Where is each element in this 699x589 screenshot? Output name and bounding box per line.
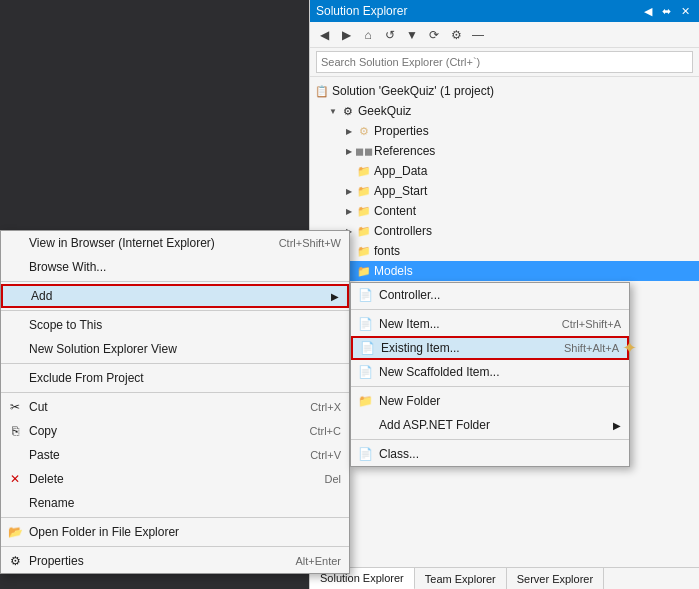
arrow: [342, 164, 356, 178]
tree-item-content[interactable]: ▶ 📁 Content: [310, 201, 699, 221]
ctx-delete[interactable]: ✕ Delete Del: [1, 467, 349, 491]
se-bottom-tabs: Solution Explorer Team Explorer Server E…: [310, 567, 699, 589]
tree-item-appstart[interactable]: ▶ 📁 App_Start: [310, 181, 699, 201]
new-scaffolded-label: New Scaffolded Item...: [379, 365, 500, 379]
dock-icon[interactable]: ⬌: [659, 4, 674, 19]
cut-shortcut: Ctrl+X: [290, 401, 341, 413]
arrow: ▶: [342, 184, 356, 198]
tree-item-controllers[interactable]: ▶ 📁 Controllers: [310, 221, 699, 241]
properties-label: Properties: [29, 554, 84, 568]
cut-label: Cut: [29, 400, 48, 414]
tab-server-explorer[interactable]: Server Explorer: [507, 568, 604, 589]
search-input[interactable]: [316, 51, 693, 73]
tree-item-references[interactable]: ▶ ◼◼ References: [310, 141, 699, 161]
collapse-btn[interactable]: —: [468, 25, 488, 45]
ctx-paste[interactable]: Paste Ctrl+V: [1, 443, 349, 467]
ctx-existing-item[interactable]: 📄 Existing Item... Shift+Alt+A ✦: [351, 336, 629, 360]
models-label: Models: [374, 264, 413, 278]
ctx-new-folder[interactable]: 📁 New Folder: [351, 389, 629, 413]
scaffolded-icon: 📄: [357, 365, 373, 379]
se-title: Solution Explorer: [316, 4, 407, 18]
ctx-cut[interactable]: ✂ Cut Ctrl+X: [1, 395, 349, 419]
ctx-open-folder[interactable]: 📂 Open Folder in File Explorer: [1, 520, 349, 544]
new-folder-icon: 📁: [357, 394, 373, 408]
delete-label: Delete: [29, 472, 64, 486]
ctx-sep-5: [1, 517, 349, 518]
tree-item-fonts[interactable]: 📁 fonts: [310, 241, 699, 261]
controller-icon: 📄: [357, 288, 373, 302]
properties-icon: ⚙: [7, 554, 23, 568]
ctx-add-controller[interactable]: 📄 Controller...: [351, 283, 629, 307]
delete-shortcut: Del: [304, 473, 341, 485]
submenu-arrow: ▶: [331, 291, 339, 302]
properties-label: Properties: [374, 124, 429, 138]
ctx-add[interactable]: Add ▶: [1, 284, 349, 308]
settings-btn[interactable]: ⚙: [446, 25, 466, 45]
forward-btn[interactable]: ▶: [336, 25, 356, 45]
folder-icon: 📁: [356, 163, 372, 179]
refresh-btn[interactable]: ↺: [380, 25, 400, 45]
refs-icon: ◼◼: [356, 143, 372, 159]
ctx-add-sep-1: [351, 309, 629, 310]
tree-item-properties[interactable]: ▶ ⚙ Properties: [310, 121, 699, 141]
copy-shortcut: Ctrl+C: [290, 425, 341, 437]
back-btn[interactable]: ◀: [314, 25, 334, 45]
ctx-exclude-from-project[interactable]: Exclude From Project: [1, 366, 349, 390]
existing-item-shortcut: Shift+Alt+A: [544, 342, 619, 354]
class-icon: 📄: [357, 447, 373, 461]
folder-icon: 📁: [356, 223, 372, 239]
home-btn[interactable]: ⌂: [358, 25, 378, 45]
ctx-sep-4: [1, 392, 349, 393]
browse-with-label: Browse With...: [29, 260, 106, 274]
ctx-copy[interactable]: ⎘ Copy Ctrl+C: [1, 419, 349, 443]
tree-item-models[interactable]: 📁 Models: [310, 261, 699, 281]
ctx-new-scaffolded-item[interactable]: 📄 New Scaffolded Item...: [351, 360, 629, 384]
properties-shortcut: Alt+Enter: [275, 555, 341, 567]
tree-item-appdata[interactable]: 📁 App_Data: [310, 161, 699, 181]
pin-icon[interactable]: ◀: [641, 4, 655, 19]
content-label: Content: [374, 204, 416, 218]
existing-item-icon: 📄: [359, 341, 375, 355]
arrow: ▶: [342, 124, 356, 138]
aspnet-folder-label: Add ASP.NET Folder: [379, 418, 490, 432]
appdata-label: App_Data: [374, 164, 427, 178]
tree-item-project[interactable]: ▼ ⚙ GeekQuiz: [310, 101, 699, 121]
ctx-new-solution-explorer-view[interactable]: New Solution Explorer View: [1, 337, 349, 361]
add-label: Add: [31, 289, 52, 303]
ctx-add-class[interactable]: 📄 Class...: [351, 442, 629, 466]
se-toolbar: ◀ ▶ ⌂ ↺ ▼ ⟳ ⚙ —: [310, 22, 699, 48]
folder-icon: 📁: [356, 183, 372, 199]
class-label: Class...: [379, 447, 419, 461]
paste-shortcut: Ctrl+V: [290, 449, 341, 461]
ctx-properties[interactable]: ⚙ Properties Alt+Enter: [1, 549, 349, 573]
new-item-label: New Item...: [379, 317, 440, 331]
folder-icon: 📁: [356, 243, 372, 259]
folder-icon: ⚙: [356, 123, 372, 139]
tree-item-solution[interactable]: 📋 Solution 'GeekQuiz' (1 project): [310, 81, 699, 101]
ctx-add-aspnet-folder[interactable]: Add ASP.NET Folder ▶: [351, 413, 629, 437]
ctx-add-sep-3: [351, 439, 629, 440]
dropdown-btn[interactable]: ▼: [402, 25, 422, 45]
sync-btn[interactable]: ⟳: [424, 25, 444, 45]
new-se-view-label: New Solution Explorer View: [29, 342, 177, 356]
ctx-rename[interactable]: Rename: [1, 491, 349, 515]
copy-icon: ⎘: [7, 424, 23, 438]
ctx-browse-with[interactable]: Browse With...: [1, 255, 349, 279]
ctx-sep-1: [1, 281, 349, 282]
ctx-scope-to-this[interactable]: Scope to This: [1, 313, 349, 337]
new-folder-label: New Folder: [379, 394, 440, 408]
solution-label: Solution 'GeekQuiz' (1 project): [332, 84, 494, 98]
controllers-label: Controllers: [374, 224, 432, 238]
ctx-sep-3: [1, 363, 349, 364]
project-label: GeekQuiz: [358, 104, 411, 118]
ctx-sep-6: [1, 546, 349, 547]
fonts-label: fonts: [374, 244, 400, 258]
ctx-view-browser[interactable]: View in Browser (Internet Explorer) Ctrl…: [1, 231, 349, 255]
close-icon[interactable]: ✕: [678, 4, 693, 19]
tab-team-explorer[interactable]: Team Explorer: [415, 568, 507, 589]
copy-label: Copy: [29, 424, 57, 438]
new-item-shortcut: Ctrl+Shift+A: [542, 318, 621, 330]
ctx-new-item[interactable]: 📄 New Item... Ctrl+Shift+A: [351, 312, 629, 336]
view-browser-label: View in Browser (Internet Explorer): [29, 236, 215, 250]
expand-arrow: ▼: [326, 104, 340, 118]
